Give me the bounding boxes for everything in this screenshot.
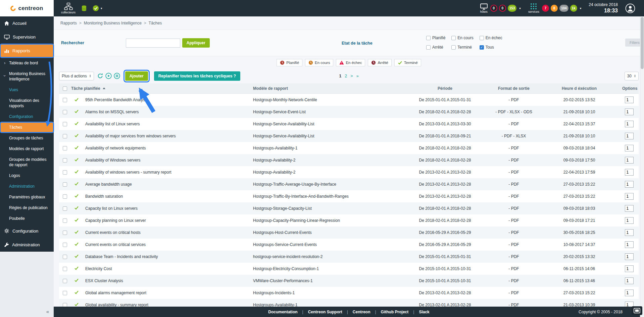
header-format[interactable]: Format de sortie [489, 83, 539, 94]
sidebar-item-logos[interactable]: Logos [0, 170, 54, 181]
scrollbar[interactable] [640, 16, 644, 317]
counter-badge[interactable]: 1k [570, 5, 577, 12]
resume-button[interactable] [105, 73, 112, 79]
task-name[interactable]: Availability of windows servers - summar… [83, 166, 250, 178]
pollers-menu[interactable]: collecteurs [61, 3, 76, 14]
header-time[interactable]: Heure d éxécution [539, 83, 620, 94]
search-input[interactable] [126, 39, 180, 48]
task-name[interactable]: Average bandwidth usage [83, 178, 250, 190]
options-input[interactable] [625, 290, 634, 296]
sidebar-item-poubelle[interactable]: Poubelle [0, 213, 54, 224]
header-task[interactable]: Tâche planifiée [70, 83, 250, 94]
sidebar-item-visualisation-des-rapports[interactable]: Visualisation des rapports [0, 95, 54, 111]
counter-badge[interactable]: 153 [508, 5, 517, 12]
sidebar-item-t-ches[interactable]: Tâches [0, 122, 54, 133]
checkbox[interactable] [426, 45, 431, 50]
select-all-checkbox[interactable] [63, 86, 67, 91]
header-model[interactable]: Modèle de rapport [250, 83, 401, 94]
centreon-logo[interactable]: centreon [0, 0, 54, 16]
task-name[interactable]: Electricity Cost [83, 263, 250, 275]
apply-button[interactable]: Appliquer [182, 38, 210, 48]
pause-button[interactable] [114, 73, 120, 79]
services-menu[interactable]: services [528, 3, 539, 13]
task-name[interactable]: 95th Percentile Bandwidth Analysis [83, 94, 250, 106]
task-name[interactable]: Current events on critical hosts [83, 227, 250, 239]
sidebar-item-r-gles-de-publication[interactable]: Règles de publication [0, 202, 54, 213]
scrollbar-thumb[interactable] [641, 17, 644, 69]
sidebar-item-configuration[interactable]: Configuration [0, 224, 54, 238]
sidebar-item-accueil[interactable]: Accueil [0, 16, 54, 30]
state-option-tous[interactable]: ✓Tous [480, 45, 502, 50]
checkbox[interactable] [451, 36, 456, 40]
options-input[interactable] [625, 181, 634, 188]
task-name[interactable]: Bandwidth saturation [83, 190, 250, 202]
counter-badge[interactable]: 0 [499, 5, 506, 12]
options-input[interactable] [625, 253, 634, 260]
footer-link-centreon-support[interactable]: Centreon Support [308, 310, 342, 314]
breadcrumb-item-monitoring-business-intelligence[interactable]: Monitoring Business Intelligence [84, 21, 142, 25]
state-option-en-cours[interactable]: En cours [451, 36, 473, 40]
options-input[interactable] [625, 133, 634, 139]
options-input[interactable] [625, 157, 634, 164]
row-checkbox[interactable] [63, 206, 67, 211]
user-menu[interactable] [625, 3, 635, 13]
footer-link-github-project[interactable]: Github Project [381, 310, 409, 314]
sidebar-item-mod-les-de-rapport[interactable]: Modèles de rapport [0, 143, 54, 154]
page-size-select[interactable]: 30 ▲▼ [625, 72, 639, 80]
fullscreen-toggle-button[interactable] [632, 306, 642, 315]
options-input[interactable] [625, 265, 634, 272]
header-period[interactable]: Période [401, 83, 489, 94]
footer-link-documentation[interactable]: Documentation [268, 310, 297, 314]
more-actions-select[interactable]: Plus d actions ▲▼ [59, 72, 94, 80]
sidebar-item-supervision[interactable]: Supervision [0, 30, 54, 44]
row-checkbox[interactable] [63, 231, 67, 235]
sidebar-item-rapports[interactable]: Rapports [0, 44, 54, 58]
task-name[interactable]: Current events on critical services [83, 239, 250, 251]
options-input[interactable] [625, 109, 634, 115]
row-checkbox[interactable] [63, 158, 67, 163]
database-status[interactable] [81, 5, 87, 11]
sidebar-item-param-tres-globaux[interactable]: Paramètres globaux [0, 192, 54, 202]
hosts-menu[interactable]: hôtes [480, 3, 488, 13]
refresh-button[interactable] [97, 73, 104, 79]
task-name[interactable]: Global alarms management report [83, 287, 250, 299]
options-input[interactable] [625, 145, 634, 151]
breadcrumb-item-t-ches[interactable]: Tâches [149, 21, 162, 25]
page-2[interactable]: 2 [345, 74, 347, 78]
add-button[interactable]: Ajouter [125, 71, 148, 81]
checkbox[interactable] [426, 36, 431, 40]
state-option-en-chec[interactable]: En échec [480, 36, 502, 40]
row-checkbox[interactable] [63, 218, 67, 223]
reschedule-cyclic-button[interactable]: Replanifier toutes les tâches cycliques … [154, 71, 240, 81]
row-checkbox[interactable] [63, 110, 67, 114]
chevron-down-icon[interactable]: ▾ [519, 7, 521, 10]
checkbox[interactable]: ✓ [480, 45, 484, 50]
task-name[interactable]: Capacity list on Linux servers [83, 202, 250, 214]
task-name[interactable]: Availability list of Linux servers [83, 118, 250, 130]
row-checkbox[interactable] [63, 243, 67, 247]
options-input[interactable] [625, 193, 634, 200]
options-input[interactable] [625, 277, 634, 284]
counter-badge[interactable]: 104 [559, 5, 568, 12]
state-option-arr-t[interactable]: Arrêté [426, 45, 445, 50]
page-nav[interactable]: > [350, 74, 353, 78]
row-checkbox[interactable] [63, 194, 67, 199]
row-checkbox[interactable] [63, 182, 67, 187]
sidebar-item-groupes-de-t-ches[interactable]: Groupes de tâches [0, 133, 54, 143]
options-input[interactable] [625, 229, 634, 236]
task-name[interactable]: ESX Cluster Analysis [83, 275, 250, 287]
task-name[interactable]: Availability of Windows servers [83, 154, 250, 166]
row-checkbox[interactable] [63, 267, 67, 271]
task-name[interactable]: Capacity planning on Linux server [83, 214, 250, 227]
footer-link-slack[interactable]: Slack [419, 310, 429, 314]
options-input[interactable] [625, 121, 634, 127]
row-checkbox[interactable] [63, 146, 67, 150]
state-option-termin[interactable]: Terminé [451, 45, 473, 50]
task-name[interactable]: Availability of major services from wind… [83, 130, 250, 142]
sidebar-item-monitoring-business-intelligence[interactable]: ›Monitoring Business Intelligence [0, 68, 54, 84]
checkbox[interactable] [480, 36, 484, 40]
options-input[interactable] [625, 97, 634, 103]
row-checkbox[interactable] [63, 279, 67, 283]
task-name[interactable]: Alarms list on MSSQL servers [83, 106, 250, 118]
page-nav[interactable]: » [356, 74, 359, 78]
